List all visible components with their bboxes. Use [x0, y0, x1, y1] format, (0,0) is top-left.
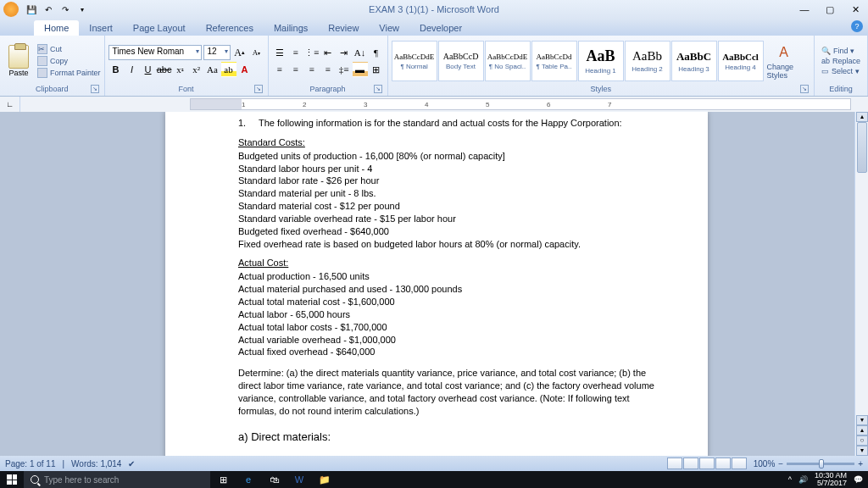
edge-icon[interactable]: e [236, 471, 261, 488]
style-item-1[interactable]: AaBbCcDBody Text [438, 41, 484, 81]
explorer-icon[interactable]: 📁 [312, 471, 337, 488]
zoom-out-button[interactable]: − [778, 459, 783, 469]
paragraph-dialog-launcher[interactable]: ↘ [374, 85, 382, 93]
style-item-0[interactable]: AaBbCcDdE¶ Normal [392, 41, 437, 81]
align-center-button[interactable]: ≡ [288, 62, 303, 77]
scroll-down-button[interactable]: ▾ [856, 415, 868, 425]
select-button[interactable]: ▭Select ▾ [821, 67, 860, 75]
tab-review[interactable]: Review [318, 20, 369, 36]
style-item-2[interactable]: AaBbCcDdE¶ No Spaci.. [485, 41, 531, 81]
shrink-font-button[interactable]: A▾ [249, 45, 264, 60]
change-styles-button[interactable]: A Change Styles [767, 42, 801, 80]
web-layout-view[interactable] [699, 458, 715, 469]
style-gallery[interactable]: AaBbCcDdE¶ NormalAaBbCcDBody TextAaBbCcD… [392, 41, 764, 81]
full-screen-view[interactable] [683, 458, 698, 469]
justify-button[interactable]: ≡ [320, 62, 336, 77]
tab-references[interactable]: References [196, 20, 264, 36]
bullets-button[interactable]: ☰ [272, 45, 287, 60]
brush-icon [37, 68, 47, 78]
font-name-select[interactable]: Times New Roman [108, 45, 202, 60]
qat-save-icon[interactable]: 💾 [24, 2, 39, 17]
style-item-6[interactable]: AaBbCHeading 3 [671, 41, 717, 81]
notifications-icon[interactable]: 💬 [854, 475, 863, 484]
zoom-slider[interactable] [787, 463, 854, 465]
find-button[interactable]: 🔍Find ▾ [821, 47, 860, 55]
line-spacing-button[interactable]: ‡≡ [337, 62, 352, 77]
paste-button[interactable]: Paste [3, 43, 34, 79]
style-item-3[interactable]: AaBbCcDd¶ Table Pa.. [531, 41, 577, 81]
task-view-button[interactable]: ⊞ [210, 471, 236, 488]
show-marks-button[interactable]: ¶ [369, 45, 384, 60]
status-words[interactable]: Words: 1,014 [71, 459, 121, 469]
office-button[interactable] [3, 2, 19, 17]
close-button[interactable]: ✕ [843, 0, 868, 19]
scroll-thumb[interactable] [857, 122, 867, 173]
change-case-button[interactable]: Aa [205, 62, 220, 77]
tab-page-layout[interactable]: Page Layout [123, 20, 196, 36]
zoom-in-button[interactable]: + [858, 459, 863, 469]
tab-developer[interactable]: Developer [409, 20, 472, 36]
bold-button[interactable]: B [108, 62, 124, 77]
font-size-select[interactable]: 12 [203, 45, 231, 60]
style-item-4[interactable]: AaBHeading 1 [578, 41, 624, 81]
underline-button[interactable]: U [141, 62, 156, 77]
next-page-button[interactable]: ▾ [856, 446, 868, 456]
multilevel-button[interactable]: ⋮≡ [304, 45, 320, 60]
sort-button[interactable]: A↓ [353, 45, 368, 60]
scroll-up-button[interactable]: ▴ [856, 112, 868, 122]
browse-object-button[interactable]: ○ [856, 435, 868, 446]
word-taskbar-icon[interactable]: W [287, 471, 312, 488]
style-item-7[interactable]: AaBbCclHeading 4 [718, 41, 764, 81]
copy-button[interactable]: Copy [37, 56, 101, 66]
qat-undo-icon[interactable]: ↶ [41, 2, 56, 17]
prev-page-button[interactable]: ▴ [856, 425, 868, 435]
strike-button[interactable]: abc [157, 62, 172, 77]
grow-font-button[interactable]: A▴ [232, 45, 248, 60]
font-dialog-launcher[interactable]: ↘ [254, 85, 263, 93]
zoom-level[interactable]: 100% [754, 459, 776, 469]
tab-home[interactable]: Home [34, 20, 79, 36]
highlight-button[interactable]: ab [221, 62, 236, 77]
outline-view[interactable] [715, 458, 731, 469]
shading-button[interactable]: ▬ [353, 62, 368, 77]
tab-selector[interactable]: ∟ [0, 97, 20, 112]
tray-expand-icon[interactable]: ^ [788, 475, 792, 484]
styles-dialog-launcher[interactable]: ↘ [800, 85, 809, 93]
qat-more-icon[interactable]: ▾ [75, 2, 90, 17]
font-color-button[interactable]: A [237, 62, 253, 77]
print-layout-view[interactable] [667, 458, 682, 469]
taskbar-search[interactable]: Type here to search [24, 471, 210, 488]
vertical-scrollbar[interactable]: ▴ ▾ ▴ ○ ▾ [854, 112, 868, 456]
minimize-button[interactable]: — [792, 0, 817, 19]
indent-dec-button[interactable]: ⇤ [320, 45, 336, 60]
horizontal-ruler[interactable]: 1234567 [190, 98, 851, 110]
spellcheck-icon[interactable]: ✔ [128, 459, 135, 469]
tab-mailings[interactable]: Mailings [264, 20, 318, 36]
help-icon[interactable]: ? [851, 20, 863, 32]
draft-view[interactable] [732, 458, 747, 469]
qat-redo-icon[interactable]: ↷ [58, 2, 73, 17]
indent-inc-button[interactable]: ⇥ [337, 45, 352, 60]
italic-button[interactable]: I [125, 62, 140, 77]
volume-icon[interactable]: 🔊 [798, 475, 808, 484]
start-button[interactable] [0, 471, 24, 488]
numbering-button[interactable]: ≡ [288, 45, 303, 60]
tab-view[interactable]: View [369, 20, 409, 36]
format-painter-button[interactable]: Format Painter [37, 68, 101, 78]
align-left-button[interactable]: ≡ [272, 62, 287, 77]
document-page[interactable]: 1.The following information is for the s… [165, 112, 708, 456]
tab-insert[interactable]: Insert [79, 20, 123, 36]
style-item-5[interactable]: AaBbHeading 2 [625, 41, 670, 81]
subscript-button[interactable]: x₂ [173, 62, 188, 77]
clipboard-dialog-launcher[interactable]: ↘ [91, 85, 99, 93]
tray-date[interactable]: 5/7/2017 [815, 480, 847, 487]
replace-button[interactable]: abReplace [821, 57, 860, 65]
store-icon[interactable]: 🛍 [261, 471, 287, 488]
superscript-button[interactable]: x² [189, 62, 204, 77]
align-right-button[interactable]: ≡ [304, 62, 320, 77]
zoom-thumb[interactable] [819, 459, 824, 469]
maximize-button[interactable]: ▢ [817, 0, 843, 19]
status-page[interactable]: Page: 1 of 11 [5, 459, 56, 469]
borders-button[interactable]: ⊞ [369, 62, 384, 77]
cut-button[interactable]: ✂Cut [37, 44, 101, 54]
